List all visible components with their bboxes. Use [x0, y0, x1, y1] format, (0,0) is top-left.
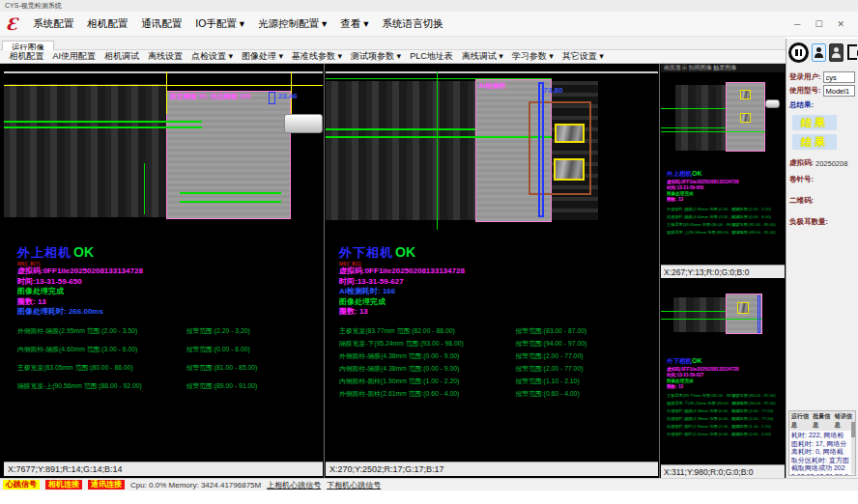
- thumbnail-lower[interactable]: 外下相机OK 虚拟码:0FF1iie20250208133134728 时间:1…: [661, 284, 785, 478]
- menu-light-config[interactable]: 光源控制配置 ▾: [251, 17, 333, 31]
- tool-offline-debug[interactable]: 离线调试 ▾: [457, 50, 507, 63]
- menu-camera-config[interactable]: 相机配置: [80, 17, 134, 31]
- total-result-label: 总结果:: [789, 100, 814, 110]
- tool-camera-config[interactable]: 相机配置: [5, 50, 48, 63]
- camera-name-label: 外下相机: [339, 245, 393, 260]
- tool-spotcheck-settings[interactable]: 点检设置 ▾: [187, 50, 238, 63]
- virtual-code-value: 20250208: [815, 159, 847, 168]
- tool-other-settings[interactable]: 其它设置 ▾: [558, 50, 608, 63]
- lower-camera-image[interactable]: 73.80 AI检测框: [326, 71, 658, 230]
- tool-plc-address[interactable]: PLC地址表: [406, 50, 458, 63]
- panel-separator: [659, 64, 660, 478]
- green-baseline: [326, 78, 552, 79]
- upper-camera-heartbeat-link[interactable]: 上相机心跳信号: [267, 480, 321, 490]
- menu-io-config[interactable]: IO手配置 ▾: [188, 17, 251, 31]
- model-input[interactable]: [823, 85, 856, 97]
- tool-offline-settings[interactable]: 离线设置: [144, 50, 187, 63]
- result-box-upper: 结果: [792, 115, 837, 130]
- window-title: CYS-视觉检测系统: [5, 2, 62, 9]
- count-line: 圈数: 13: [339, 307, 654, 318]
- login-user-label: 登录用户:: [789, 72, 821, 82]
- main-content: 23.46 固定阈值:93, 动态阈值:100 外上相机OK M6汇.B(Y) …: [0, 64, 786, 478]
- toolbar: 相机配置 AI使用配置 相机调试 离线设置 点检设置 ▾ 图像处理 ▾ 基准线参…: [0, 50, 786, 64]
- user-login-button[interactable]: [812, 43, 826, 62]
- time-line: 时间:13-31-59-627: [339, 277, 654, 288]
- camera-connection-badge: 相机连接: [45, 480, 82, 490]
- login-user-input[interactable]: [823, 71, 856, 83]
- upper-camera-image[interactable]: 23.46 固定阈值:93, 动态阈值:100: [4, 71, 323, 230]
- app-logo-icon: Ɛ: [6, 14, 17, 34]
- thumbnail-lower-coords: X:311;Y:980;R:0;G:0;B:0: [661, 464, 785, 478]
- tool-ai-config[interactable]: AI使用配置: [48, 50, 100, 63]
- thumbnail-upper[interactable]: 外上相机OK 虚拟码:0FF1iie20250208133134728 时间:1…: [661, 73, 785, 278]
- green-baseline: [180, 201, 282, 203]
- image-top-line: [326, 71, 658, 73]
- measure-marker-box: [538, 82, 544, 216]
- result-box-lower: 结果: [792, 134, 837, 150]
- menu-language[interactable]: 系统语言切换: [375, 17, 449, 31]
- pause-button[interactable]: [788, 42, 809, 63]
- measure-value-label: 73.80: [543, 86, 562, 95]
- tab-foil-box: [555, 124, 585, 143]
- heartbeat-status-badge: 心跳信号: [3, 480, 40, 490]
- upper-result-text: 外上相机OK M6汇.B(Y) 虚拟码:0FF1iie2025020813313…: [17, 243, 319, 400]
- thumbnail-lower-text: 外下相机OK 虚拟码:0FF1iie20250208133134728 时间:1…: [667, 350, 783, 439]
- camera-name-label: 外上相机: [17, 245, 72, 260]
- green-baseline: [437, 71, 438, 230]
- measurement-row: 内侧圆柱-圆柱(1.90mm 范围:(1.00 - 2.20)报警范围:(1.1…: [339, 377, 654, 389]
- elapsed-line: 图像处理耗时: 266.00ms: [17, 307, 319, 318]
- tool-image-processing[interactable]: 图像处理 ▾: [238, 50, 288, 63]
- door-icon: [847, 44, 857, 60]
- measurement-rows: 主极宽度(83.77mm 范围:(82.00 - 88.00)报警范围:(83.…: [339, 326, 654, 402]
- info-log-text: 耗时: 222, 网络检图耗时: 17, 网络分离耗时: 0, 网络截取分区耗时…: [789, 431, 855, 476]
- close-icon[interactable]: ✕: [837, 19, 844, 29]
- window-controls: ─ ☐ ✕: [794, 19, 858, 29]
- done-line: 图像处理完成: [339, 297, 654, 308]
- ai-frame-label: AI检测框: [478, 81, 505, 91]
- measure-marker-box: [269, 92, 275, 104]
- barcode-line: 虚拟码:0FF1iie20250208133134728: [339, 266, 654, 277]
- tool-camera-debug[interactable]: 相机调试: [100, 50, 144, 63]
- thumbnail-upper-text: 外上相机OK 虚拟码:0FF1iie20250208133134728 时间:1…: [667, 162, 783, 238]
- measurement-row: 内侧圆柱-隔膜(4.60mm 范围:(3.00 - 6.00)报警范围:(0.0…: [17, 345, 319, 363]
- lower-camera-heartbeat-link[interactable]: 下相机心跳信号: [327, 480, 381, 490]
- info-tab-batch[interactable]: 批量信息: [813, 412, 831, 430]
- machinery-region: [326, 81, 475, 220]
- tool-baseline-params[interactable]: 基准线参数 ▾: [288, 50, 347, 63]
- info-tabs: 运行信息 批量信息 错误信息: [789, 411, 855, 431]
- measurement-row: 隔膜宽度-下(95.24mm 范围:(93.00 - 98.00)报警范围:(9…: [339, 339, 654, 351]
- measurement-row: 外侧圆柱-隔膜(2.95mm 范围:(2.00 - 3.50)报警范围:(2.2…: [17, 326, 319, 345]
- measurement-row: 隔膜宽度-上(90.56mm 范围:(88.00 - 92.00)报警范围:(8…: [17, 381, 319, 400]
- green-baseline: [326, 136, 552, 138]
- cpu-memory-status: Cpu: 0.0% Memory: 3424.41796875M: [130, 481, 261, 490]
- user-logout-button[interactable]: [829, 43, 844, 62]
- exit-button[interactable]: [846, 43, 858, 62]
- done-line: 图像处理完成: [17, 287, 319, 297]
- minimize-icon[interactable]: ─: [794, 19, 800, 29]
- menu-comm-config[interactable]: 通讯配置: [134, 17, 188, 31]
- lower-result-text: 外下相机OK M6汇.B(1) 虚拟码:0FF1iie2025020813313…: [339, 243, 654, 402]
- green-baseline: [4, 126, 202, 128]
- info-tab-run[interactable]: 运行信息: [791, 412, 810, 430]
- comm-connection-badge: 通讯连接: [88, 480, 125, 490]
- threshold-label: 固定阈值:93, 动态阈值:100: [170, 92, 251, 101]
- log-scrollbar[interactable]: [851, 420, 855, 474]
- green-baseline: [326, 128, 475, 130]
- measure-value-label: 23.46: [278, 92, 298, 100]
- tool-learning-params[interactable]: 学习参数 ▾: [507, 50, 558, 63]
- maximize-icon[interactable]: ☐: [815, 19, 822, 29]
- yellow-guide-line: [4, 85, 323, 86]
- menu-view[interactable]: 查看 ▾: [333, 17, 375, 31]
- thumbnail-lower-image: [661, 286, 785, 344]
- qr-code-label: 二维码:: [789, 196, 814, 206]
- lower-pixel-coords: X:270;Y:2502;R:17;G:17;B:17: [326, 462, 658, 476]
- ai-elapsed-line: AI检测耗时: 166: [339, 287, 654, 297]
- menu-system-config[interactable]: 系统配置: [26, 17, 80, 31]
- measurement-rows: 外侧圆柱-隔膜(2.95mm 范围:(2.00 - 3.50)报警范围:(2.2…: [17, 326, 319, 400]
- barcode-line: 虚拟码:0FF1iie20250208133134728: [17, 266, 319, 277]
- tab-count-label: 负极耳数量:: [789, 217, 828, 227]
- tool-test-params[interactable]: 测试项参数 ▾: [347, 50, 406, 63]
- scrollbar-thumb[interactable]: [851, 422, 855, 437]
- bottom-status-bar: 心跳信号 相机连接 通讯连接 Cpu: 0.0% Memory: 3424.41…: [0, 478, 858, 490]
- measurement-row: 外侧圆柱-圆柱(2.61mm 范围:(0.60 - 4.00)报警范围:(0.6…: [339, 389, 654, 402]
